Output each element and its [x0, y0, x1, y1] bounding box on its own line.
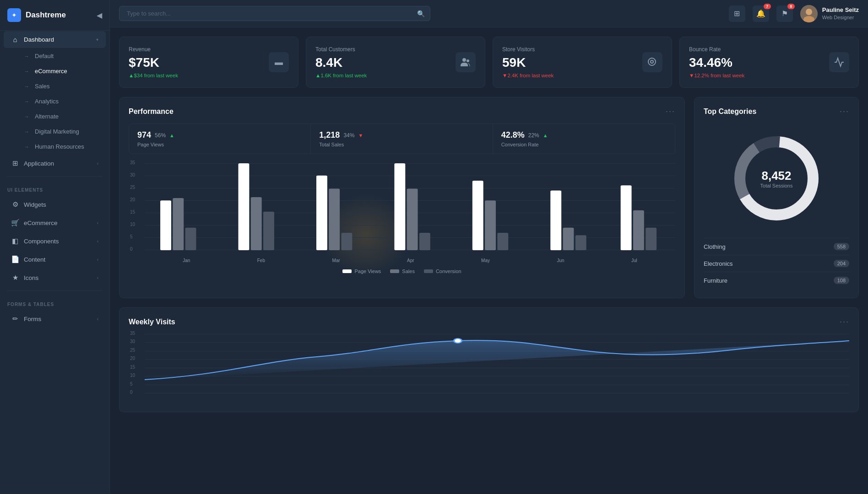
grid-view-button[interactable]: ⊞ [729, 5, 745, 22]
messages-button[interactable]: ⚑ 8 [776, 5, 793, 22]
bar-chart-svg [145, 163, 675, 250]
svg-rect-13 [316, 176, 327, 250]
arrow-icon: → [24, 53, 29, 59]
top-categories-card: Top Categories ··· [694, 97, 859, 298]
category-item-clothing: Clothing 558 [704, 238, 849, 255]
visitors-icon [642, 52, 662, 72]
category-name: Furniture [704, 277, 727, 284]
month-label-feb: Feb [257, 258, 265, 263]
sidebar-item-alternate[interactable]: → Alternate [4, 109, 106, 124]
sidebar-divider-2 [7, 290, 102, 291]
search-input[interactable] [119, 6, 430, 21]
flag-icon: ⚑ [781, 9, 788, 18]
svg-rect-24 [575, 235, 586, 250]
sidebar-item-analytics[interactable]: → Analytics [4, 94, 106, 108]
arrow-icon: → [24, 68, 29, 75]
sidebar-item-label: Icons [24, 274, 38, 281]
stat-card-bounce: Bounce Rate 34.46% ▼12.2% from last week [679, 37, 859, 88]
category-item-furniture: Furniture 108 [704, 272, 849, 289]
stat-change: ▼12.2% from last week [689, 73, 744, 78]
sidebar-item-dashboard[interactable]: ⌂ Dashboard ▾ [4, 31, 106, 48]
notifications-button[interactable]: 🔔 7 [753, 5, 769, 22]
sidebar-item-ecommerce-ui[interactable]: 🛒 eCommerce ‹ [4, 214, 106, 231]
app-name: Dashtreme [26, 11, 66, 20]
up-arrow-icon: ▲ [543, 133, 548, 138]
stat-change: ▲1.6K from last week [315, 73, 367, 78]
svg-rect-22 [550, 191, 561, 250]
donut-label: Total Sessions [760, 183, 793, 188]
category-count: 108 [834, 277, 849, 284]
month-label-jan: Jan [183, 258, 190, 263]
svg-rect-15 [342, 233, 353, 250]
bounce-icon [829, 52, 849, 72]
stat-value: 34.46% [689, 55, 744, 70]
month-label-may: May [481, 258, 490, 263]
user-profile[interactable]: Pauline Seitz Web Designer [800, 5, 859, 22]
svg-rect-10 [239, 163, 250, 250]
legend-swatch [424, 269, 433, 273]
arrow-icon: → [24, 113, 29, 120]
content-icon: 📄 [11, 255, 19, 263]
svg-point-32 [454, 338, 461, 343]
stat-card-revenue: Revenue $75K ▲$34 from last week ▬ [119, 37, 298, 88]
sidebar-item-label: Components [24, 238, 59, 245]
category-name: Electronics [704, 260, 733, 267]
sidebar-item-default[interactable]: → Default [4, 49, 106, 63]
sidebar-item-application[interactable]: ⊞ Application ‹ [4, 155, 106, 172]
top-categories-menu-button[interactable]: ··· [840, 107, 849, 116]
search-box: 🔍 [119, 6, 430, 21]
chevron-left-icon: ‹ [97, 317, 98, 322]
sidebar-collapse-button[interactable]: ◀ [97, 11, 102, 20]
sidebar-item-forms[interactable]: ✏ Forms ‹ [4, 310, 106, 328]
logo: ✦ Dashtreme [7, 8, 66, 22]
category-count: 558 [834, 243, 849, 250]
sidebar-item-label: Alternate [35, 113, 59, 120]
month-label-jul: Jul [631, 258, 637, 263]
sidebar-item-icons[interactable]: ★ Icons ‹ [4, 269, 106, 286]
sidebar-item-widgets[interactable]: ⚙ Widgets [4, 196, 106, 213]
performance-menu-button[interactable]: ··· [666, 107, 675, 116]
notifications-badge: 7 [764, 4, 771, 9]
svg-rect-19 [472, 181, 483, 250]
sidebar-item-sales[interactable]: → Sales [4, 79, 106, 93]
sidebar-item-label: Sales [35, 83, 50, 90]
weekly-visits-header: Weekly Visits ··· [129, 317, 849, 327]
messages-badge: 8 [787, 4, 795, 9]
svg-rect-27 [646, 228, 656, 250]
donut-wrapper: 8,452 Total Sessions [704, 124, 849, 233]
donut-center: 8,452 Total Sessions [760, 169, 793, 188]
donut-value: 8,452 [760, 169, 793, 183]
stat-card-visitors: Store Visitors 59K ▼2.4K from last week [493, 37, 672, 88]
arrow-icon: → [24, 144, 29, 150]
stat-value: 8.4K [315, 55, 367, 70]
arrow-icon: → [24, 98, 29, 105]
sidebar-item-ecommerce[interactable]: → eCommerce [4, 64, 106, 78]
stat-change: ▼2.4K from last week [502, 73, 553, 78]
chart-legend: Page Views Sales Conversion [129, 268, 675, 274]
performance-stats: 974 56% ▲ Page Views 1,218 34% ▼ Total S… [129, 124, 675, 154]
weekly-visits-title: Weekly Visits [129, 318, 175, 326]
section-label-ui-elements: UI ELEMENTS [0, 180, 109, 195]
chevron-left-icon: ‹ [97, 275, 98, 280]
main-grid: Performance ··· 974 56% ▲ Page Views [119, 97, 859, 298]
sidebar-item-label: Dashboard [24, 36, 54, 43]
sidebar-item-human-resources[interactable]: → Human Resources [4, 140, 106, 154]
sidebar-item-content[interactable]: 📄 Content ‹ [4, 251, 106, 268]
top-categories-title: Top Categories [704, 107, 756, 116]
sidebar-item-label: Forms [24, 316, 41, 322]
sidebar-item-label: Default [35, 53, 54, 59]
weekly-chart: 35 30 25 20 15 10 5 0 [129, 334, 849, 403]
weekly-visits-menu-button[interactable]: ··· [840, 317, 849, 327]
sidebar-item-components[interactable]: ◧ Components ‹ [4, 232, 106, 250]
content-area: Revenue $75K ▲$34 from last week ▬ Total… [110, 27, 868, 494]
sidebar: ✦ Dashtreme ◀ ⌂ Dashboard ▾ → Default → … [0, 0, 110, 494]
sidebar-item-digital-marketing[interactable]: → Digital Marketing [4, 124, 106, 139]
legend-label: Page Views [354, 268, 381, 274]
category-name: Clothing [704, 243, 726, 250]
legend-sales: Sales [390, 268, 415, 274]
user-name: Pauline Seitz [822, 6, 859, 14]
svg-rect-7 [160, 200, 171, 250]
legend-pageviews: Page Views [342, 268, 381, 274]
performance-header: Performance ··· [129, 107, 675, 116]
perf-stat-totalsales: 1,218 34% ▼ Total Sales [311, 124, 493, 154]
